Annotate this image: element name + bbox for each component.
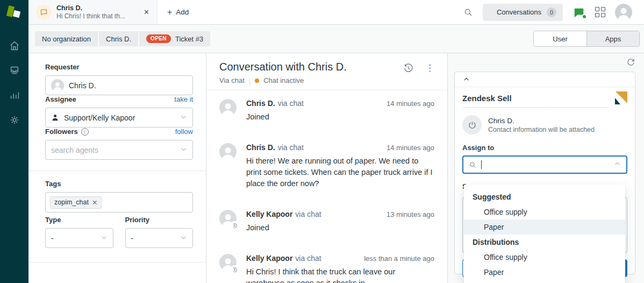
avatar — [219, 254, 237, 271]
conversations-count-badge: 0 — [547, 8, 556, 17]
avatar — [219, 210, 237, 227]
chevron-down-icon — [101, 234, 108, 243]
person-icon — [51, 114, 59, 122]
conversation-panel: Conversation with Chris D. Via chat | Ch… — [206, 53, 448, 283]
plus-icon: + — [167, 8, 172, 17]
dropdown-group-header: Distributions — [464, 235, 625, 250]
info-icon: i — [81, 128, 89, 136]
section-divider — [28, 171, 206, 171]
contact-power-icon — [462, 115, 482, 135]
chat-status-text: Chat inactive — [263, 76, 304, 84]
breadcrumb: No organization Chris D. OPEN Ticket #3 — [35, 31, 210, 46]
message: Chris D. via chat 14 minutes ago Hi ther… — [219, 143, 434, 189]
priority-select[interactable]: - — [125, 228, 194, 248]
dropdown-option[interactable]: Paper — [464, 265, 625, 280]
dropdown-group-header: Suggested — [464, 189, 625, 204]
requester-label: Requester — [45, 63, 193, 71]
type-select[interactable]: - — [45, 228, 113, 248]
chevron-down-icon — [180, 146, 187, 154]
conversation-title: Conversation with Chris D. — [219, 60, 347, 74]
chevron-down-icon — [180, 234, 187, 243]
timestamp: 13 minutes ago — [387, 210, 434, 218]
chevron-down-icon — [180, 114, 187, 122]
tab-subtitle: Hi Chris! I think that th... — [56, 12, 136, 20]
messaging-icon[interactable] — [573, 6, 585, 18]
breadcrumb-ticket[interactable]: OPEN Ticket #3 — [139, 31, 210, 46]
followers-input[interactable]: search agents — [45, 140, 193, 160]
agent-badge-icon — [230, 221, 239, 230]
message-list[interactable]: Chris D. via chat 14 minutes ago Joined … — [206, 90, 447, 283]
kebab-menu-icon[interactable]: ⋮ — [425, 65, 434, 72]
ticket-tab[interactable]: Chris D. Hi Chris! I think that th... ✕ — [28, 0, 158, 24]
top-bar: Chris D. Hi Chris! I think that th... ✕ … — [28, 0, 644, 25]
tags-input[interactable]: zopim_chat ✕ — [45, 192, 193, 213]
assign-to-search-input[interactable] — [462, 155, 627, 174]
timestamp: 14 minutes ago — [387, 100, 434, 108]
chat-status-dot — [255, 79, 259, 83]
remove-tag-icon[interactable]: ✕ — [92, 199, 97, 207]
message: Chris D. via chat 14 minutes ago Joined — [219, 99, 434, 123]
requester-field[interactable]: Chris D. — [45, 75, 193, 95]
assignee-label: Assignee — [45, 95, 76, 103]
home-icon[interactable] — [0, 33, 28, 58]
zendesk-logo[interactable] — [0, 0, 28, 25]
section-divider — [28, 262, 206, 263]
conversations-button[interactable]: Conversations 0 — [483, 4, 563, 21]
ticket-properties-panel: Requester Chris D. Assignee take it Supp… — [28, 53, 206, 283]
dropdown-option[interactable]: Office supply — [464, 250, 625, 265]
assignee-select[interactable]: Support/Kelly Kapoor — [45, 108, 193, 128]
message: Kelly Kapoor via chat 13 minutes ago Joi… — [219, 210, 434, 234]
ticket-number: Ticket #3 — [175, 35, 203, 43]
toggle-user[interactable]: User — [534, 31, 586, 46]
avatar — [219, 143, 237, 160]
collapse-chevron-up-icon[interactable] — [463, 76, 470, 83]
tag-chip: zopim_chat ✕ — [50, 196, 102, 209]
via-channel: Via chat — [219, 76, 245, 84]
zendesk-sell-logo-icon — [613, 91, 627, 105]
admin-gear-icon[interactable] — [0, 108, 28, 132]
message: Kelly Kapoor via chat less than a minute… — [219, 254, 434, 283]
priority-label: Priority — [125, 216, 194, 224]
contact-name: Chris D. — [488, 117, 595, 125]
main-nav-sidebar — [0, 0, 28, 283]
take-it-link[interactable]: take it — [174, 95, 193, 103]
reports-icon[interactable] — [0, 83, 28, 108]
breadcrumb-requester[interactable]: Chris D. — [99, 31, 139, 46]
type-label: Type — [45, 216, 113, 224]
search-icon — [469, 161, 477, 169]
followers-label: Followers i — [45, 128, 89, 136]
close-tab-icon[interactable]: ✕ — [141, 6, 152, 18]
views-icon[interactable] — [0, 58, 28, 83]
toggle-apps[interactable]: Apps — [586, 31, 639, 46]
breadcrumb-organization[interactable]: No organization — [35, 31, 99, 46]
search-icon[interactable] — [463, 8, 473, 17]
timestamp: 14 minutes ago — [387, 144, 434, 152]
agent-badge-icon — [230, 265, 239, 274]
contact-note: Contact information will be attached — [488, 126, 595, 133]
status-badge: OPEN — [146, 34, 171, 43]
tags-label: Tags — [45, 180, 193, 188]
chat-tab-icon — [36, 5, 51, 20]
text-cursor — [481, 160, 482, 169]
apps-panel: Zendesk Sell Chris D. Contact informati — [448, 53, 644, 283]
refresh-icon[interactable] — [626, 58, 635, 69]
avatar — [219, 99, 237, 116]
timestamp: less than a minute ago — [364, 254, 434, 263]
history-icon[interactable] — [403, 63, 413, 73]
zendesk-agent-workspace: Chris D. Hi Chris! I think that th... ✕ … — [0, 0, 644, 283]
ticket-header-bar: No organization Chris D. OPEN Ticket #3 … — [28, 25, 644, 53]
context-toggle: User Apps — [533, 31, 640, 47]
assign-to-label: Assign to — [462, 144, 627, 152]
chevron-up-icon[interactable] — [614, 160, 621, 169]
apps-grid-icon[interactable] — [595, 7, 605, 17]
tab-title: Chris D. — [56, 4, 136, 12]
add-tab-button[interactable]: + Add — [158, 0, 198, 24]
app-title: Zendesk Sell — [462, 91, 608, 108]
online-dot — [582, 14, 587, 19]
dropdown-option[interactable]: Office supply — [464, 204, 625, 220]
dropdown-option-highlighted[interactable]: Paper — [464, 220, 625, 235]
agent-avatar[interactable] — [615, 4, 632, 21]
assign-to-dropdown: Suggested Office supply Paper Distributi… — [464, 185, 625, 283]
follow-link[interactable]: follow — [175, 128, 193, 136]
zendesk-sell-app-card: Zendesk Sell Chris D. Contact informati — [454, 72, 635, 274]
